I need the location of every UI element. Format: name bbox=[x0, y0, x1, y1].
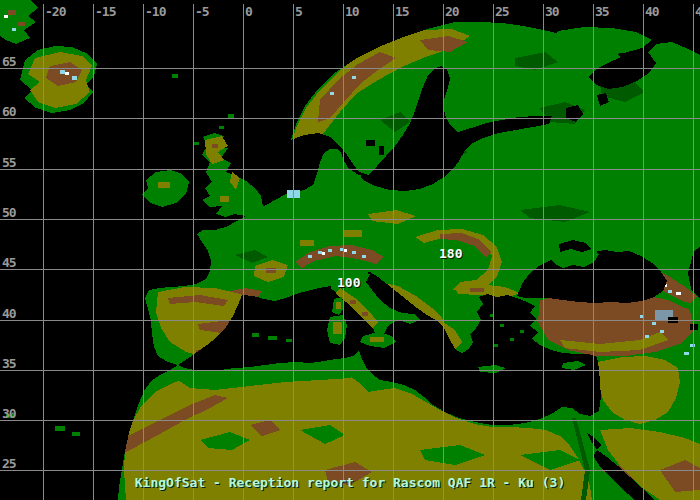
satellite-footprint-map-screen: -20-15-10-505101520253035404565605550454… bbox=[0, 0, 700, 500]
lon-label: 0 bbox=[245, 4, 253, 19]
lon-label: 20 bbox=[445, 4, 460, 19]
beam-value-label: 100 bbox=[337, 276, 360, 289]
danish-islands bbox=[344, 170, 352, 175]
lon-label: 10 bbox=[345, 4, 360, 19]
lat-label: 25 bbox=[2, 456, 16, 471]
lat-label: 65 bbox=[2, 54, 16, 69]
lon-label: 35 bbox=[595, 4, 609, 19]
lake-vanern bbox=[366, 140, 375, 146]
shetland bbox=[228, 114, 234, 118]
lake-vattern bbox=[379, 146, 384, 155]
lon-label: 40 bbox=[645, 4, 660, 19]
lat-label: 40 bbox=[2, 306, 17, 321]
lat-label: 45 bbox=[2, 255, 16, 270]
lat-label: 30 bbox=[2, 406, 17, 421]
lon-label: -20 bbox=[45, 4, 67, 19]
lat-label: 50 bbox=[2, 205, 17, 220]
faroe-islands bbox=[172, 74, 178, 78]
lon-label: 15 bbox=[395, 4, 409, 19]
lon-label: 5 bbox=[295, 4, 302, 19]
lon-label: -15 bbox=[95, 4, 116, 19]
lake-urmia bbox=[690, 324, 698, 330]
lon-label: -10 bbox=[145, 4, 167, 19]
lon-label: -5 bbox=[195, 4, 209, 19]
map-caption: KingOfSat - Reception report for Rascom … bbox=[0, 475, 700, 490]
lat-label: 35 bbox=[2, 356, 16, 371]
canary-islands bbox=[55, 426, 65, 431]
balearic-islands bbox=[252, 333, 259, 337]
lon-label: 45 bbox=[695, 4, 700, 19]
hebrides bbox=[194, 142, 199, 145]
lat-label: 60 bbox=[2, 104, 17, 119]
lon-label: 25 bbox=[495, 4, 509, 19]
lat-label: 55 bbox=[2, 155, 16, 170]
beam-value-label: 180 bbox=[439, 247, 462, 260]
europe-terrain-map: -20-15-10-505101520253035404565605550454… bbox=[0, 0, 700, 500]
orkney bbox=[219, 126, 224, 129]
lon-label: 30 bbox=[545, 4, 560, 19]
